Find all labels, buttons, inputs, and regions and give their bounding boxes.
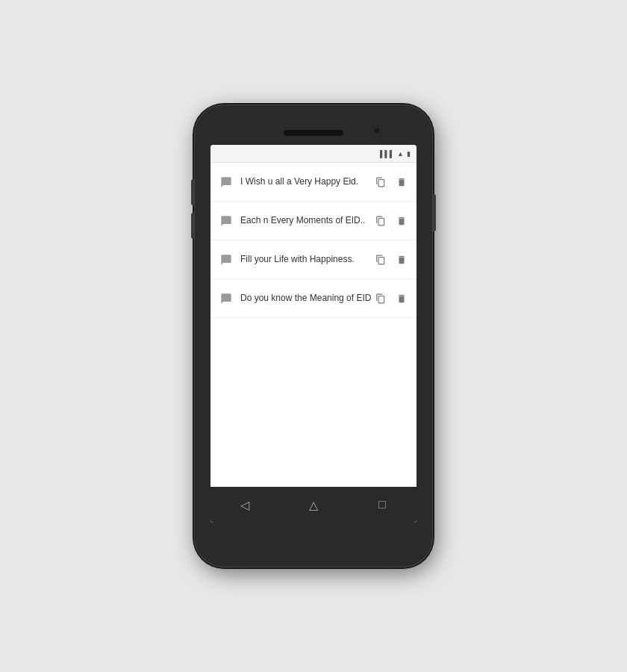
volume-up-button xyxy=(191,179,194,205)
copy-button[interactable] xyxy=(373,291,388,306)
copy-button[interactable] xyxy=(373,214,388,228)
chat-bubble-icon xyxy=(218,290,234,307)
status-bar: ▌▌▌ ▲ ▮ xyxy=(210,145,417,163)
phone-frame: ▌▌▌ ▲ ▮ I Wish u all a Very Happy Eid. E… xyxy=(194,105,433,567)
status-icons: ▌▌▌ ▲ ▮ xyxy=(380,150,411,158)
list-item-actions xyxy=(373,291,409,306)
list-item-actions xyxy=(373,252,409,267)
list-item-text: Each n Every Moments of EID.. xyxy=(240,215,373,227)
list-item-actions xyxy=(373,175,409,190)
front-camera xyxy=(373,127,381,134)
chat-bubble-icon xyxy=(218,174,234,190)
power-button xyxy=(433,194,436,231)
signal-icon: ▌▌▌ xyxy=(380,150,394,158)
list-item-text: Do you know the Meaning of EID xyxy=(240,293,373,305)
list-item-text: I Wish u all a Very Happy Eid. xyxy=(240,176,373,188)
wifi-icon: ▲ xyxy=(397,150,404,158)
chat-bubble-icon xyxy=(218,252,234,268)
copy-button[interactable] xyxy=(373,175,388,190)
chat-bubble-icon xyxy=(218,213,234,229)
copy-button[interactable] xyxy=(373,252,388,267)
home-button[interactable]: △ xyxy=(299,490,328,520)
list-item[interactable]: Each n Every Moments of EID.. xyxy=(210,202,417,240)
delete-button[interactable] xyxy=(394,214,409,228)
list-item-text: Fill your Life with Happiness. xyxy=(240,254,373,266)
list-item[interactable]: I Wish u all a Very Happy Eid. xyxy=(210,163,417,202)
list-item[interactable]: Do you know the Meaning of EID xyxy=(210,279,417,318)
volume-down-button xyxy=(191,213,194,239)
delete-button[interactable] xyxy=(394,175,409,190)
speaker xyxy=(284,130,343,136)
navigation-bar: ◁ △ □ xyxy=(210,487,417,523)
message-list: I Wish u all a Very Happy Eid. Each n Ev… xyxy=(210,163,417,487)
delete-button[interactable] xyxy=(394,252,409,267)
battery-icon: ▮ xyxy=(407,150,411,158)
list-item-actions xyxy=(373,214,409,228)
list-item[interactable]: Fill your Life with Happiness. xyxy=(210,240,417,279)
delete-button[interactable] xyxy=(394,291,409,306)
recent-button[interactable]: □ xyxy=(367,490,397,520)
back-button[interactable]: ◁ xyxy=(230,490,260,520)
phone-screen: ▌▌▌ ▲ ▮ I Wish u all a Very Happy Eid. E… xyxy=(210,145,417,523)
